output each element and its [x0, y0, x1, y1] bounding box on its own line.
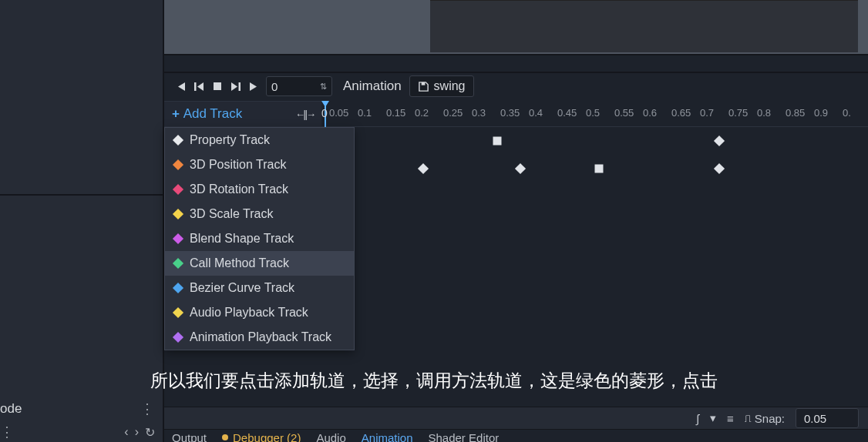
list-icon[interactable]: ≡ [727, 412, 734, 425]
play-forward-icon[interactable] [230, 82, 241, 92]
keyframe[interactable] [418, 163, 429, 174]
tab-audio[interactable]: Audio [316, 431, 345, 443]
svg-rect-7 [421, 82, 425, 85]
ruler-zero: 0 [321, 107, 328, 119]
keyframe[interactable] [714, 136, 725, 146]
track-menu-item[interactable]: Audio Playback Track [165, 300, 354, 325]
add-track-button[interactable]: + Add Track ←‖→ [164, 101, 321, 127]
svg-marker-2 [197, 82, 204, 91]
history-icon[interactable]: ↻ [145, 425, 155, 440]
tab-output[interactable]: Output [172, 431, 207, 443]
diamond-icon [173, 307, 183, 318]
curve-icon[interactable]: ∫ [696, 412, 699, 425]
track-menu-label: 3D Rotation Track [190, 182, 288, 196]
track-menu-label: 3D Scale Track [190, 207, 273, 221]
track-menu-label: Audio Playback Track [190, 306, 308, 320]
keyframe[interactable] [714, 163, 725, 174]
svg-rect-5 [239, 82, 241, 91]
inspector-panel: ode ⋮ ⋮ ‹ › ↻ Player ⌄ PDOC es ⌕ ⚙ nima [0, 0, 164, 442]
animation-menu[interactable]: Animation [340, 79, 402, 94]
viewport-canvas [430, 0, 858, 52]
snap-value: 0.05 [804, 412, 826, 425]
svg-marker-4 [231, 82, 237, 91]
keyframe-row[interactable] [321, 155, 868, 182]
clip-name: swing [434, 79, 466, 93]
filter-icon[interactable]: ▾ [710, 411, 716, 425]
status-dot-icon [222, 434, 228, 440]
current-frame-input[interactable]: 0 ⇅ [266, 76, 332, 96]
diamond-icon [173, 209, 183, 219]
tab-animation[interactable]: Animation [362, 431, 413, 443]
track-menu-item[interactable]: Blend Shape Track [165, 226, 354, 251]
ruler-ticks: 0.050.10.150.20.250.30.350.40.450.50.550… [329, 107, 868, 119]
track-menu-item[interactable]: 3D Position Track [165, 152, 354, 177]
svg-marker-0 [178, 82, 185, 91]
track-menu-label: Call Method Track [190, 256, 289, 270]
current-frame-value: 0 [271, 80, 278, 93]
resize-handle-icon[interactable]: ←‖→ [295, 109, 314, 120]
diamond-icon [173, 283, 183, 293]
play-back-start-icon[interactable] [177, 82, 187, 92]
magnet-icon: ⎍ [745, 412, 751, 424]
svg-rect-3 [214, 82, 221, 90]
track-menu-item[interactable]: Property Track [165, 128, 354, 152]
diamond-icon [173, 135, 183, 146]
add-track-label: Add Track [183, 106, 243, 121]
timeline-footer: ∫ ▾ ≡ ⎍Snap: 0.05 [164, 407, 868, 430]
stop-icon[interactable] [213, 82, 222, 91]
more-icon[interactable]: ⋮ [140, 400, 155, 417]
snap-value-input[interactable]: 0.05 [796, 408, 859, 428]
keyframe[interactable] [493, 137, 502, 146]
track-menu-item[interactable]: Bezier Curve Track [165, 276, 354, 300]
nav-back-icon[interactable]: ‹ [124, 425, 128, 440]
animation-transport: 0 ⇅ Animation swing [164, 72, 868, 99]
add-track-menu: Property Track3D Position Track3D Rotati… [164, 127, 355, 350]
track-menu-item[interactable]: 3D Scale Track [165, 202, 354, 226]
timeline-scale[interactable]: 0 0.050.10.150.20.250.30.350.40.450.50.5… [321, 101, 868, 127]
track-menu-label: 3D Position Track [190, 158, 286, 172]
svg-rect-1 [194, 82, 197, 91]
track-menu-item[interactable]: Call Method Track [165, 251, 354, 276]
mode-label: ode [0, 401, 22, 417]
svg-marker-6 [250, 82, 257, 91]
diamond-icon [173, 332, 183, 343]
timeline-body[interactable] [321, 127, 868, 366]
diamond-icon [173, 159, 183, 170]
play-back-icon[interactable] [194, 82, 205, 92]
track-menu-label: Blend Shape Track [190, 232, 294, 246]
track-menu-label: Animation Playback Track [190, 330, 331, 344]
diamond-icon [173, 233, 183, 244]
snap-toggle[interactable]: ⎍Snap: [745, 412, 785, 425]
nav-forward-icon[interactable]: › [135, 425, 139, 440]
diamond-icon [173, 184, 183, 195]
viewport-panel [164, 0, 868, 55]
save-icon [418, 81, 429, 92]
tab-shader[interactable]: Shader Editor [429, 431, 500, 443]
play-end-icon[interactable] [248, 82, 258, 92]
track-menu-item[interactable]: Animation Playback Track [165, 325, 354, 350]
spinner-icon[interactable]: ⇅ [320, 82, 327, 92]
track-menu-label: Property Track [190, 133, 270, 147]
timeline-ruler: + Add Track ←‖→ 0 0.050.10.150.20.250.30… [164, 101, 868, 127]
menu-icon[interactable]: ⋮ [0, 424, 15, 440]
track-menu-label: Bezier Curve Track [190, 281, 294, 295]
keyframe[interactable] [515, 163, 526, 174]
keyframe-row[interactable] [321, 127, 868, 155]
diamond-icon [173, 258, 183, 269]
keyframe[interactable] [595, 165, 604, 173]
animation-clip-selector[interactable]: swing [409, 75, 474, 97]
bottom-dock-tabs: Output Debugger (2) Audio Animation Shad… [164, 430, 868, 442]
tab-debugger[interactable]: Debugger (2) [222, 431, 301, 443]
track-menu-item[interactable]: 3D Rotation Track [165, 177, 354, 202]
